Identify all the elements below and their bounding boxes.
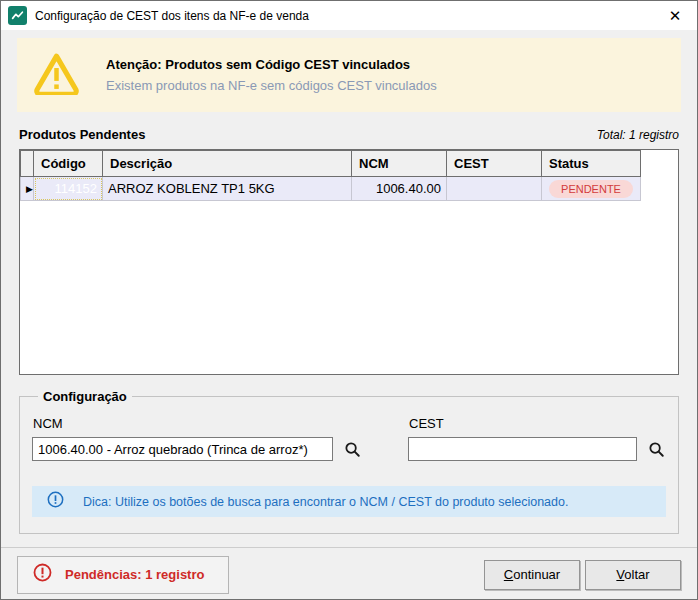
pending-count-text: Pendências: 1 registro bbox=[65, 567, 204, 582]
pending-products-grid: Código Descrição NCM CEST Status ▶ 11415… bbox=[19, 149, 679, 375]
ncm-search-icon[interactable] bbox=[342, 439, 362, 459]
record-count: Total: 1 registro bbox=[597, 128, 679, 142]
ncm-input[interactable] bbox=[32, 437, 333, 461]
continue-label-rest: ontinuar bbox=[513, 567, 560, 582]
pending-summary-box: Pendências: 1 registro bbox=[17, 556, 229, 594]
title-bar[interactable]: Configuração de CEST dos itens da NF-e d… bbox=[1, 1, 697, 30]
column-header-codigo: Código bbox=[34, 151, 103, 177]
info-circle-icon bbox=[47, 491, 64, 512]
record-indicator-column bbox=[21, 151, 34, 177]
ncm-label: NCM bbox=[33, 416, 362, 431]
table-row[interactable]: ▶ 114152 ARROZ KOBLENZ TP1 5KG 1006.40.0… bbox=[21, 177, 678, 201]
cest-search-icon[interactable] bbox=[646, 439, 666, 459]
cest-field-group: CEST bbox=[408, 416, 666, 461]
ncm-field-group: NCM bbox=[32, 416, 362, 461]
status-badge: PENDENTE bbox=[549, 180, 633, 198]
cell-ncm[interactable]: 1006.40.00 bbox=[352, 177, 447, 201]
dialog-content: Atenção: Produtos sem Código CEST vincul… bbox=[1, 30, 697, 534]
grid-header-row: Código Descrição NCM CEST Status bbox=[21, 151, 678, 177]
window-title: Configuração de CEST dos itens da NF-e d… bbox=[35, 9, 309, 23]
back-button[interactable]: Voltar bbox=[585, 560, 681, 590]
tip-text: Dica: Utilize os botões de busca para en… bbox=[83, 495, 568, 509]
footer-bar: Pendências: 1 registro Continuar Voltar bbox=[1, 547, 697, 600]
cell-status[interactable]: PENDENTE bbox=[542, 177, 641, 201]
warning-subtitle: Existem produtos na NF-e sem códigos CES… bbox=[106, 78, 437, 93]
alert-circle-icon bbox=[33, 563, 52, 586]
cell-codigo[interactable]: 114152 bbox=[34, 177, 103, 201]
warning-banner: Atenção: Produtos sem Código CEST vincul… bbox=[17, 38, 681, 112]
cell-descricao[interactable]: ARROZ KOBLENZ TP1 5KG bbox=[103, 177, 352, 201]
column-header-ncm: NCM bbox=[352, 151, 447, 177]
pending-section-header: Produtos Pendentes Total: 1 registro bbox=[19, 127, 679, 142]
cest-label: CEST bbox=[409, 416, 666, 431]
column-header-cest: CEST bbox=[447, 151, 542, 177]
row-filler bbox=[641, 177, 678, 201]
cest-config-dialog: Configuração de CEST dos itens da NF-e d… bbox=[0, 0, 698, 600]
back-label-rest: oltar bbox=[624, 567, 649, 582]
header-filler bbox=[641, 151, 678, 177]
warning-title: Atenção: Produtos sem Código CEST vincul… bbox=[106, 57, 437, 72]
close-icon[interactable]: ✕ bbox=[653, 1, 697, 30]
warning-triangle-icon bbox=[33, 52, 80, 99]
config-groupbox-title: Configuração bbox=[38, 389, 132, 404]
pending-section-title: Produtos Pendentes bbox=[19, 127, 145, 142]
cell-cest[interactable] bbox=[447, 177, 542, 201]
column-header-status: Status bbox=[542, 151, 641, 177]
config-groupbox: Configuração NCM CEST bbox=[19, 389, 679, 534]
column-header-descricao: Descrição bbox=[103, 151, 352, 177]
continue-button[interactable]: Continuar bbox=[484, 560, 580, 590]
continue-accesskey: C bbox=[504, 567, 513, 582]
tip-bar: Dica: Utilize os botões de busca para en… bbox=[32, 486, 666, 517]
app-logo-icon bbox=[8, 6, 27, 25]
cest-input[interactable] bbox=[408, 437, 637, 461]
current-record-arrow-icon: ▶ bbox=[21, 177, 34, 201]
